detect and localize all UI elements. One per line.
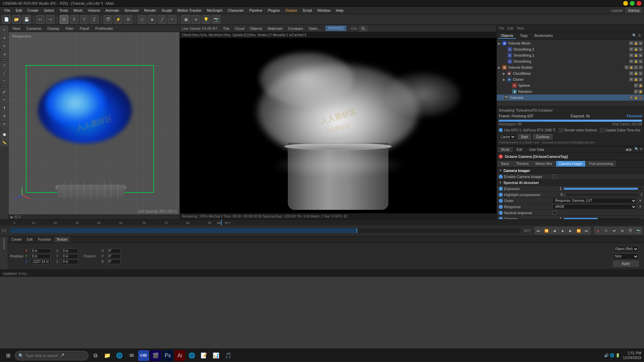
menu-script[interactable]: Script [300,8,314,13]
next-btn[interactable]: ▶ [629,147,632,152]
obj-icon-2[interactable]: ⚙ [638,34,643,38]
vl-tab-view[interactable]: View [11,26,22,31]
gear-icon[interactable]: ⚙ [640,147,643,152]
taskbar-icon-excel[interactable]: 📊 [211,350,221,361]
tool-polygon[interactable]: ◻ [1,61,8,68]
menu-help[interactable]: Help [333,8,346,13]
save-button[interactable]: 💾 [22,15,31,24]
response-dropdown[interactable]: sRGB [552,204,637,209]
obj-expand-1[interactable]: ▶ [498,42,501,45]
loop-btn[interactable]: ↻ [602,227,610,234]
vl-tab-prorender[interactable]: ProRender [94,26,115,31]
obj-ctrl-lock-2[interactable]: 🔒 [634,47,638,51]
highlight-input[interactable]: | [641,193,642,196]
camera-add-button[interactable]: 📷 [212,15,220,24]
tab-texture[interactable]: Texture [54,237,70,242]
vr-menu-materials[interactable]: Materials [266,26,284,31]
obj-ctrl-render-3[interactable]: ● [639,53,643,57]
obj-ctrl-eye-2[interactable]: 👁 [629,47,633,51]
start-button-icon[interactable]: ⊞ [3,350,13,361]
play-reverse-btn[interactable]: ◀ [551,227,558,234]
cube-button[interactable]: ▣ [181,15,190,24]
apply-button[interactable]: Apply [613,261,639,267]
timeline-bar[interactable] [10,228,521,233]
obj-ctrl-eye-8[interactable]: 👁 [634,83,638,87]
cache-select[interactable]: Cache [499,134,516,139]
goto-end-btn[interactable]: ⏭ [583,227,590,234]
rotate-tool[interactable]: Y [80,15,89,24]
obj-ctrl-render-7[interactable]: ● [639,77,643,81]
obj-ctrl-eye-4[interactable]: 👁 [629,59,633,63]
sphere-button[interactable]: ● [192,15,200,24]
obj-ctrl-lock-9[interactable]: 🔒 [639,89,643,94]
taskbar-icon-ai[interactable]: Ai [174,350,185,361]
gamma-slider[interactable] [564,218,639,220]
layout-value[interactable]: Startup [626,8,642,13]
edge-mode-button[interactable]: ╱ [158,15,166,24]
obj-ctrl-render-1[interactable]: ● [639,41,643,45]
scale-tool[interactable]: Z [90,15,99,24]
menu-mesh[interactable]: Mesh [71,8,85,13]
cam-tab-basic[interactable]: Basic [498,161,512,167]
obj-ctrl-render-4[interactable]: ● [639,59,643,63]
x-position-input[interactable] [31,249,51,253]
redo-button[interactable]: ↪ [46,15,55,24]
obj-ctrl-eye-10[interactable]: 👁 [629,96,633,100]
menu-plugins[interactable]: Plugins [265,8,282,13]
obj-expand-2[interactable]: ▶ [498,66,501,69]
obj-ctrl-render-6[interactable]: ● [639,71,643,75]
h-input[interactable] [107,249,120,253]
y-rotation-input[interactable] [61,254,78,259]
tool-extrude[interactable]: ⬆ [1,104,8,111]
tab-edit[interactable]: Edit [25,237,35,242]
timeline-extra1[interactable]: ⊞ [619,227,626,234]
timeline-extra2[interactable]: 🎬 [627,227,634,234]
b-input[interactable] [107,259,120,264]
order-dropdown[interactable]: Response, Gamma, LUT [552,198,637,203]
obj-ctrl-render-10[interactable]: ● [639,96,643,100]
minimize-button[interactable] [623,1,628,6]
tool-paint[interactable]: 🖌 [1,88,8,95]
start-button[interactable]: Start [518,134,531,139]
vl-tab-cameras[interactable]: Cameras [25,26,43,31]
neutral-checkbox[interactable]: □ [552,211,556,215]
menu-sculpt[interactable]: Sculpt [159,8,174,13]
menu-character[interactable]: Character [225,8,246,13]
cam-tab-motion-blur[interactable]: Motion Blur [532,161,555,167]
taskbar-icon-mail[interactable]: ✉ [126,350,137,361]
maximize-button[interactable] [630,1,635,6]
point-mode-button[interactable]: • [168,15,176,24]
goto-start-btn[interactable]: ⏮ [535,227,542,234]
menu-file[interactable]: File [2,8,13,13]
obj-row-smoothing2[interactable]: ◎ Smoothing.2 👁 🔒 ● [497,46,644,52]
taskbar-icon-ps[interactable]: Ps [162,350,173,361]
obj-panel-edit[interactable]: Edit [507,26,513,30]
menu-tools[interactable]: Tools [57,8,70,13]
tool-knife[interactable]: ✂ [1,96,8,103]
tool-point[interactable]: • [1,77,8,84]
obj-row-cloner[interactable]: ▶ ◈ Cloner 👁 🔒 ● [497,76,644,82]
obj-ctrl-lock-3[interactable]: 🔒 [634,53,638,57]
highlight-slider[interactable] [564,194,639,196]
taskbar-icon-chrome[interactable]: 🌐 [186,350,197,361]
tool-bridge[interactable]: ⇔ [1,120,8,127]
taskbar-icon-ae[interactable]: 🎬 [150,350,161,361]
cam-tab-post-processing[interactable]: Post processing [586,161,616,167]
cam-tab-camera-imager[interactable]: Camera Imager [556,161,585,167]
tab-objects[interactable]: Objects [498,33,516,39]
tool-edge[interactable]: ╱ [1,69,8,76]
obj-panel-file[interactable]: File [499,26,504,30]
obj-ctrl-eye-3[interactable]: 👁 [629,53,633,57]
viewport-right-content[interactable]: 人人素材区 CG素材品 cgdao.cn [180,38,496,213]
edit-tab[interactable]: Edit [514,147,525,152]
size-select[interactable]: Size [613,253,639,259]
obj-icon-1[interactable]: 🔍 [632,34,637,38]
obj-ctrl-lock-8[interactable]: 🔒 [639,83,643,87]
taskbar-icon-note[interactable]: 📝 [199,350,209,361]
obj-expand-4[interactable]: ▶ [503,78,505,81]
tool-measure[interactable]: 📏 [1,139,8,146]
taskbar-task-view[interactable]: ⧉ [90,350,101,361]
obj-expand-3[interactable]: ▶ [503,72,505,75]
enable-camera-checkbox[interactable]: ✓ [552,175,556,179]
obj-panel-view[interactable]: View [517,26,524,30]
